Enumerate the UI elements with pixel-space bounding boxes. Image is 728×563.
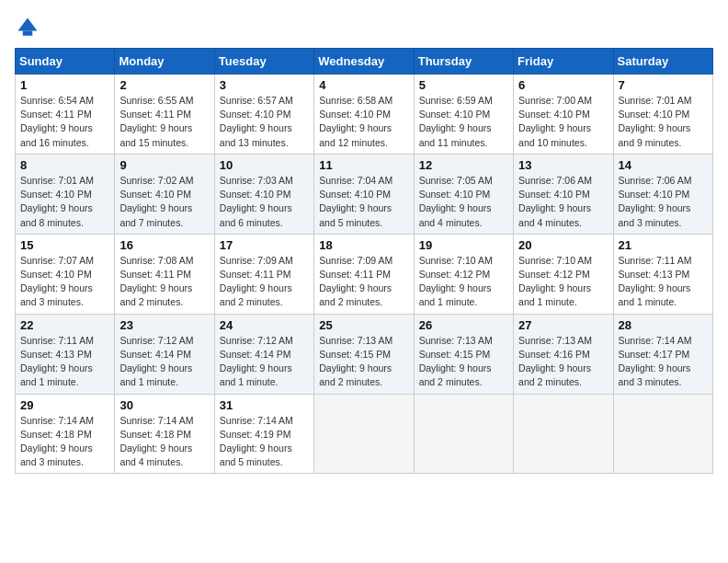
day-detail: Sunrise: 6:55 AMSunset: 4:11 PMDaylight:… xyxy=(119,94,209,150)
day-number: 15 xyxy=(20,238,109,252)
calendar-day-cell: 7Sunrise: 7:01 AMSunset: 4:10 PMDaylight… xyxy=(613,75,712,155)
calendar-day-cell: 10Sunrise: 7:03 AMSunset: 4:10 PMDayligh… xyxy=(214,154,313,234)
logo xyxy=(15,15,44,40)
day-detail: Sunrise: 7:12 AMSunset: 4:14 PMDaylight:… xyxy=(119,334,209,390)
calendar-day-cell: 14Sunrise: 7:06 AMSunset: 4:10 PMDayligh… xyxy=(613,154,712,234)
day-detail: Sunrise: 7:09 AMSunset: 4:11 PMDaylight:… xyxy=(220,254,309,310)
column-header-tuesday: Tuesday xyxy=(214,49,313,75)
day-detail: Sunrise: 6:54 AMSunset: 4:11 PMDaylight:… xyxy=(20,94,109,150)
day-number: 2 xyxy=(119,78,209,92)
day-number: 7 xyxy=(619,78,708,92)
day-detail: Sunrise: 7:09 AMSunset: 4:11 PMDaylight:… xyxy=(319,254,408,310)
calendar-day-cell: 13Sunrise: 7:06 AMSunset: 4:10 PMDayligh… xyxy=(514,154,613,234)
day-detail: Sunrise: 7:10 AMSunset: 4:12 PMDaylight:… xyxy=(518,254,608,310)
calendar-header-row: SundayMondayTuesdayWednesdayThursdayFrid… xyxy=(16,49,713,75)
logo-icon xyxy=(15,15,40,40)
day-number: 3 xyxy=(220,78,309,92)
column-header-friday: Friday xyxy=(514,49,613,75)
page-header xyxy=(15,15,713,40)
day-detail: Sunrise: 7:06 AMSunset: 4:10 PMDaylight:… xyxy=(619,174,708,230)
day-detail: Sunrise: 7:02 AMSunset: 4:10 PMDaylight:… xyxy=(119,174,209,230)
calendar-day-cell xyxy=(514,394,613,474)
day-number: 6 xyxy=(518,78,608,92)
column-header-monday: Monday xyxy=(115,49,214,75)
column-header-sunday: Sunday xyxy=(16,49,115,75)
calendar-day-cell: 11Sunrise: 7:04 AMSunset: 4:10 PMDayligh… xyxy=(314,154,414,234)
day-detail: Sunrise: 7:00 AMSunset: 4:10 PMDaylight:… xyxy=(518,94,608,150)
calendar-day-cell: 27Sunrise: 7:13 AMSunset: 4:16 PMDayligh… xyxy=(514,314,613,394)
calendar-day-cell: 2Sunrise: 6:55 AMSunset: 4:11 PMDaylight… xyxy=(115,75,214,155)
calendar-day-cell: 30Sunrise: 7:14 AMSunset: 4:18 PMDayligh… xyxy=(115,394,214,474)
day-detail: Sunrise: 7:03 AMSunset: 4:10 PMDaylight:… xyxy=(220,174,309,230)
day-detail: Sunrise: 7:11 AMSunset: 4:13 PMDaylight:… xyxy=(20,334,109,390)
day-detail: Sunrise: 6:58 AMSunset: 4:10 PMDaylight:… xyxy=(319,94,408,150)
calendar-week-row: 8Sunrise: 7:01 AMSunset: 4:10 PMDaylight… xyxy=(16,154,713,234)
day-number: 1 xyxy=(20,78,109,92)
day-number: 8 xyxy=(20,158,109,172)
day-number: 14 xyxy=(619,158,708,172)
calendar-day-cell: 5Sunrise: 6:59 AMSunset: 4:10 PMDaylight… xyxy=(414,75,513,155)
day-number: 4 xyxy=(319,78,408,92)
calendar-day-cell xyxy=(613,394,712,474)
calendar-day-cell: 16Sunrise: 7:08 AMSunset: 4:11 PMDayligh… xyxy=(115,234,214,314)
calendar-day-cell xyxy=(414,394,513,474)
calendar-day-cell: 29Sunrise: 7:14 AMSunset: 4:18 PMDayligh… xyxy=(16,394,115,474)
day-number: 16 xyxy=(119,238,209,252)
day-detail: Sunrise: 6:59 AMSunset: 4:10 PMDaylight:… xyxy=(419,94,508,150)
calendar-week-row: 29Sunrise: 7:14 AMSunset: 4:18 PMDayligh… xyxy=(16,394,713,474)
day-number: 30 xyxy=(119,398,209,412)
calendar-day-cell xyxy=(314,394,414,474)
calendar-day-cell: 15Sunrise: 7:07 AMSunset: 4:10 PMDayligh… xyxy=(16,234,115,314)
calendar-day-cell: 12Sunrise: 7:05 AMSunset: 4:10 PMDayligh… xyxy=(414,154,513,234)
day-detail: Sunrise: 7:06 AMSunset: 4:10 PMDaylight:… xyxy=(518,174,608,230)
calendar-day-cell: 9Sunrise: 7:02 AMSunset: 4:10 PMDaylight… xyxy=(115,154,214,234)
day-detail: Sunrise: 6:57 AMSunset: 4:10 PMDaylight:… xyxy=(220,94,309,150)
day-number: 19 xyxy=(419,238,508,252)
calendar-day-cell: 3Sunrise: 6:57 AMSunset: 4:10 PMDaylight… xyxy=(214,75,313,155)
day-number: 17 xyxy=(220,238,309,252)
day-number: 10 xyxy=(220,158,309,172)
day-detail: Sunrise: 7:05 AMSunset: 4:10 PMDaylight:… xyxy=(419,174,508,230)
day-number: 20 xyxy=(518,238,608,252)
day-detail: Sunrise: 7:14 AMSunset: 4:18 PMDaylight:… xyxy=(119,414,209,470)
day-number: 13 xyxy=(518,158,608,172)
calendar-day-cell: 6Sunrise: 7:00 AMSunset: 4:10 PMDaylight… xyxy=(514,75,613,155)
calendar-day-cell: 22Sunrise: 7:11 AMSunset: 4:13 PMDayligh… xyxy=(16,314,115,394)
day-number: 9 xyxy=(119,158,209,172)
day-number: 23 xyxy=(119,318,209,332)
day-number: 18 xyxy=(319,238,408,252)
column-header-wednesday: Wednesday xyxy=(314,49,414,75)
day-detail: Sunrise: 7:13 AMSunset: 4:15 PMDaylight:… xyxy=(319,334,408,390)
day-detail: Sunrise: 7:01 AMSunset: 4:10 PMDaylight:… xyxy=(619,94,708,150)
day-detail: Sunrise: 7:12 AMSunset: 4:14 PMDaylight:… xyxy=(220,334,309,390)
day-number: 11 xyxy=(319,158,408,172)
column-header-thursday: Thursday xyxy=(414,49,513,75)
calendar-day-cell: 17Sunrise: 7:09 AMSunset: 4:11 PMDayligh… xyxy=(214,234,313,314)
day-detail: Sunrise: 7:14 AMSunset: 4:18 PMDaylight:… xyxy=(20,414,109,470)
calendar-day-cell: 18Sunrise: 7:09 AMSunset: 4:11 PMDayligh… xyxy=(314,234,414,314)
day-detail: Sunrise: 7:14 AMSunset: 4:17 PMDaylight:… xyxy=(619,334,708,390)
day-number: 12 xyxy=(419,158,508,172)
svg-rect-1 xyxy=(23,31,33,36)
calendar-day-cell: 20Sunrise: 7:10 AMSunset: 4:12 PMDayligh… xyxy=(514,234,613,314)
calendar-day-cell: 21Sunrise: 7:11 AMSunset: 4:13 PMDayligh… xyxy=(613,234,712,314)
svg-marker-0 xyxy=(18,18,38,31)
day-detail: Sunrise: 7:01 AMSunset: 4:10 PMDaylight:… xyxy=(20,174,109,230)
day-detail: Sunrise: 7:04 AMSunset: 4:10 PMDaylight:… xyxy=(319,174,408,230)
calendar-day-cell: 28Sunrise: 7:14 AMSunset: 4:17 PMDayligh… xyxy=(613,314,712,394)
calendar-table: SundayMondayTuesdayWednesdayThursdayFrid… xyxy=(15,48,713,474)
day-number: 25 xyxy=(319,318,408,332)
day-detail: Sunrise: 7:14 AMSunset: 4:19 PMDaylight:… xyxy=(220,414,309,470)
day-detail: Sunrise: 7:13 AMSunset: 4:16 PMDaylight:… xyxy=(518,334,608,390)
calendar-week-row: 1Sunrise: 6:54 AMSunset: 4:11 PMDaylight… xyxy=(16,75,713,155)
day-detail: Sunrise: 7:11 AMSunset: 4:13 PMDaylight:… xyxy=(619,254,708,310)
calendar-day-cell: 26Sunrise: 7:13 AMSunset: 4:15 PMDayligh… xyxy=(414,314,513,394)
calendar-day-cell: 31Sunrise: 7:14 AMSunset: 4:19 PMDayligh… xyxy=(214,394,313,474)
day-number: 22 xyxy=(20,318,109,332)
day-number: 24 xyxy=(220,318,309,332)
day-detail: Sunrise: 7:08 AMSunset: 4:11 PMDaylight:… xyxy=(119,254,209,310)
day-detail: Sunrise: 7:10 AMSunset: 4:12 PMDaylight:… xyxy=(419,254,508,310)
calendar-week-row: 15Sunrise: 7:07 AMSunset: 4:10 PMDayligh… xyxy=(16,234,713,314)
day-detail: Sunrise: 7:13 AMSunset: 4:15 PMDaylight:… xyxy=(419,334,508,390)
day-number: 27 xyxy=(518,318,608,332)
